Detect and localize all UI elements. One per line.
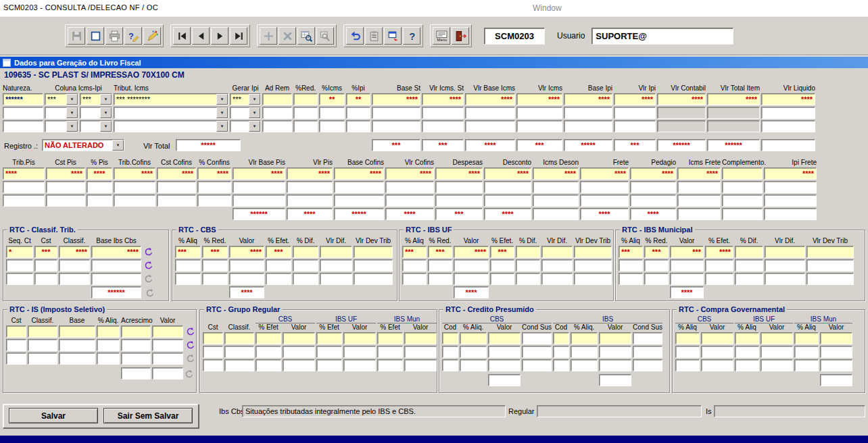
- grid-select[interactable]: ▼: [230, 107, 261, 119]
- grid-cell[interactable]: ****: [614, 93, 656, 105]
- grid-cell[interactable]: [574, 273, 612, 285]
- grid-cell[interactable]: [794, 332, 819, 344]
- grid-cell[interactable]: [442, 346, 458, 358]
- grid-cell[interactable]: [460, 332, 487, 344]
- grid-cell[interactable]: [175, 273, 201, 285]
- grid-cell[interactable]: [707, 107, 760, 119]
- grid-cell[interactable]: [262, 93, 292, 105]
- grid-cell[interactable]: [385, 181, 434, 193]
- grid-cell[interactable]: [806, 259, 854, 271]
- form-button[interactable]: [87, 27, 104, 45]
- grid-cell[interactable]: [202, 259, 228, 271]
- grid-cell[interactable]: [422, 120, 464, 132]
- grid-cell[interactable]: [402, 259, 427, 271]
- grid-cell[interactable]: ****: [580, 167, 629, 180]
- grid-cell[interactable]: [224, 346, 254, 358]
- grid-cell[interactable]: [404, 346, 437, 358]
- grid-cell[interactable]: [564, 107, 612, 119]
- search-clear-button[interactable]: [316, 27, 334, 45]
- grid-cell[interactable]: ****: [334, 167, 384, 180]
- grid-cell[interactable]: [372, 107, 420, 119]
- grid-cell[interactable]: [670, 259, 704, 271]
- grid-cell[interactable]: [343, 346, 376, 358]
- grid-cell[interactable]: [283, 359, 315, 371]
- dropdown-arrow-icon[interactable]: ▼: [216, 107, 228, 118]
- grid-cell[interactable]: ****: [46, 167, 85, 180]
- grid-cell[interactable]: [293, 259, 318, 271]
- grid-cell[interactable]: ****: [233, 167, 285, 180]
- grid-cell[interactable]: ***: [34, 246, 57, 258]
- grid-cell[interactable]: [316, 332, 342, 344]
- grid-cell[interactable]: [377, 359, 403, 371]
- dropdown-arrow-icon[interactable]: ▼: [249, 121, 260, 132]
- grid-cell[interactable]: [152, 339, 183, 351]
- grid-cell[interactable]: [630, 194, 676, 207]
- grid-select[interactable]: ***▼: [230, 93, 261, 105]
- grid-cell[interactable]: [114, 194, 155, 207]
- grid-cell[interactable]: [553, 332, 569, 344]
- grid-cell[interactable]: [287, 194, 333, 207]
- grid-cell[interactable]: [580, 181, 629, 193]
- grid-cell[interactable]: [46, 181, 85, 193]
- dropdown-arrow-icon[interactable]: ▼: [66, 121, 78, 132]
- grid-cell[interactable]: [346, 107, 370, 119]
- grid-cell[interactable]: ****: [533, 167, 579, 180]
- grid-cell[interactable]: [619, 259, 643, 271]
- grid-cell[interactable]: [677, 194, 721, 207]
- grid-cell[interactable]: ****: [59, 246, 90, 258]
- grid-cell[interactable]: [460, 359, 487, 371]
- grid-select[interactable]: ▼: [230, 120, 261, 132]
- refresh-icon[interactable]: [185, 325, 196, 338]
- grid-cell[interactable]: [657, 107, 706, 119]
- grid-cell[interactable]: [735, 346, 759, 358]
- dropdown-arrow-icon[interactable]: ▼: [216, 121, 228, 132]
- grid-cell[interactable]: [203, 359, 223, 371]
- grid-cell[interactable]: [3, 194, 45, 207]
- grid-cell[interactable]: [59, 325, 95, 338]
- grid-cell[interactable]: [705, 259, 733, 271]
- refresh-icon[interactable]: [183, 368, 195, 380]
- grid-cell[interactable]: [533, 194, 579, 207]
- grid-cell[interactable]: [422, 107, 464, 119]
- grid-cell[interactable]: [614, 107, 656, 119]
- refresh-icon[interactable]: [143, 273, 154, 285]
- grid-cell[interactable]: [402, 273, 427, 285]
- grid-cell[interactable]: [97, 325, 120, 338]
- help-edit-button[interactable]: ?: [124, 27, 142, 45]
- grid-cell[interactable]: [262, 107, 292, 119]
- grid-cell[interactable]: [293, 107, 318, 119]
- grid-cell[interactable]: [385, 194, 434, 207]
- grid-cell[interactable]: [233, 194, 285, 207]
- grid-cell[interactable]: [319, 107, 345, 119]
- grid-cell[interactable]: [522, 359, 552, 371]
- grid-cell[interactable]: [675, 359, 700, 371]
- grid-cell[interactable]: ***: [619, 246, 643, 258]
- grid-cell[interactable]: [574, 259, 612, 271]
- grid-cell[interactable]: [764, 181, 817, 193]
- grid-cell[interactable]: [91, 259, 141, 271]
- grid-cell[interactable]: ***: [402, 246, 427, 258]
- grid-cell[interactable]: [454, 273, 489, 285]
- grid-cell[interactable]: [490, 259, 514, 271]
- grid-cell[interactable]: [516, 246, 540, 258]
- grid-cell[interactable]: ****: [707, 93, 760, 105]
- grid-cell[interactable]: [670, 273, 704, 285]
- grid-cell[interactable]: [157, 194, 196, 207]
- grid-cell[interactable]: [256, 332, 281, 344]
- dropdown-arrow-icon[interactable]: ▼: [66, 107, 78, 118]
- grid-cell[interactable]: [675, 346, 700, 358]
- grid-cell[interactable]: [3, 120, 43, 132]
- program-code-field[interactable]: SCM0203: [484, 28, 545, 45]
- grid-cell[interactable]: [705, 273, 733, 285]
- grid-cell[interactable]: [541, 246, 573, 258]
- add-button[interactable]: [260, 27, 277, 45]
- grid-cell[interactable]: [6, 353, 26, 365]
- grid-cell[interactable]: [765, 273, 805, 285]
- grid-cell[interactable]: [6, 339, 26, 351]
- grid-cell[interactable]: ****: [229, 246, 264, 258]
- grid-cell[interactable]: [121, 339, 151, 351]
- grid-select[interactable]: ▼: [114, 120, 228, 132]
- grid-cell[interactable]: [152, 325, 183, 338]
- grid-cell[interactable]: [490, 273, 514, 285]
- grid-cell[interactable]: [820, 332, 852, 344]
